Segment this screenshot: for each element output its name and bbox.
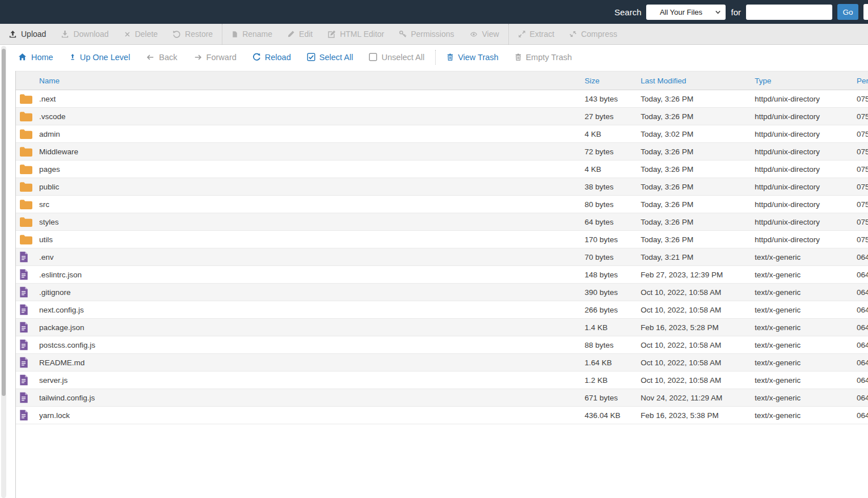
nav-button-up-one-level[interactable]: Up One Level xyxy=(61,53,138,62)
toolbar-button-label: Download xyxy=(73,29,108,39)
table-row[interactable]: postcss.config.js88 bytesOct 10, 2022, 1… xyxy=(16,336,868,354)
table-row[interactable]: pages4 KBToday, 3:26 PMhttpd/unix-direct… xyxy=(16,161,868,178)
file-size: 170 bytes xyxy=(584,235,641,244)
nav-button-label: Unselect All xyxy=(381,53,424,62)
sort-header-name[interactable]: Name xyxy=(39,77,60,85)
nav-button-label: Back xyxy=(159,53,177,62)
table-row[interactable]: README.md1.64 KBOct 10, 2022, 10:58 AMte… xyxy=(16,354,868,372)
chevron-down-icon xyxy=(714,9,722,16)
file-size: 266 bytes xyxy=(584,306,641,314)
left-scrollbar-track[interactable] xyxy=(1,46,6,498)
search-input[interactable] xyxy=(746,5,832,20)
table-row[interactable]: .env70 bytesToday, 3:21 PMtext/x-generic… xyxy=(16,248,868,266)
table-row[interactable]: admin4 KBToday, 3:02 PMhttpd/unix-direct… xyxy=(16,125,868,143)
nav-button-reload[interactable]: Reload xyxy=(245,53,299,62)
file-permissions: 0644 xyxy=(857,341,868,349)
sort-header-last-modified[interactable]: Last Modified xyxy=(641,77,686,85)
toolbar-separator xyxy=(508,24,509,44)
nav-button-home[interactable]: Home xyxy=(10,53,61,62)
file-permissions: 0755 xyxy=(857,183,868,191)
file-type: text/x-generic xyxy=(755,323,857,332)
toolbar-button-upload[interactable]: Upload xyxy=(1,24,53,44)
toolbar-button-label: Edit xyxy=(299,29,313,39)
file-permissions: 0644 xyxy=(857,306,868,314)
file-icon xyxy=(19,374,28,386)
file-type: httpd/unix-directory xyxy=(755,95,857,103)
toolbar-button-label: View xyxy=(482,29,499,39)
search-scope-value: All Your Files xyxy=(660,8,713,16)
file-name: .env xyxy=(39,253,584,261)
table-row[interactable]: package.json1.4 KBFeb 16, 2023, 5:28 PMt… xyxy=(16,319,868,336)
toolbar-button-delete[interactable]: Delete xyxy=(116,24,165,44)
toolbar-button-label: Rename xyxy=(242,29,272,39)
file-size: 38 bytes xyxy=(584,183,641,191)
file-type: httpd/unix-directory xyxy=(755,112,857,121)
upload-icon xyxy=(9,30,17,39)
nav-button-forward[interactable]: Forward xyxy=(186,53,245,62)
toolbar-button-view[interactable]: View xyxy=(462,24,507,44)
sort-header-type[interactable]: Type xyxy=(755,77,771,85)
file-size: 80 bytes xyxy=(584,200,641,209)
sort-header-permissions[interactable]: Permissions xyxy=(857,77,868,85)
table-row[interactable]: yarn.lock436.04 KBFeb 16, 2023, 5:38 PMt… xyxy=(16,407,868,424)
nav-button-unselect-all[interactable]: Unselect All xyxy=(361,53,432,62)
file-size: 148 bytes xyxy=(584,271,641,279)
nav-button-select-all[interactable]: Select All xyxy=(299,53,361,62)
table-row[interactable]: Middleware72 bytesToday, 3:26 PMhttpd/un… xyxy=(16,143,868,161)
file-size: 4 KB xyxy=(584,130,641,138)
toolbar-button-permissions[interactable]: Permissions xyxy=(391,24,461,44)
home-icon xyxy=(18,53,27,61)
file-permissions: 0755 xyxy=(857,130,868,138)
top-search-bar: Search All Your Files for Go xyxy=(0,0,868,24)
nav-button-empty-trash[interactable]: Empty Trash xyxy=(507,53,580,62)
extract-icon xyxy=(518,30,526,38)
nav-button-view-trash[interactable]: View Trash xyxy=(439,53,506,62)
toolbar-button-html-editor[interactable]: HTML Editor xyxy=(320,24,391,44)
toolbar-button-edit[interactable]: Edit xyxy=(280,24,320,44)
file-type: text/x-generic xyxy=(755,253,857,261)
toolbar-button-label: Permissions xyxy=(411,29,454,39)
table-row[interactable]: .gitignore390 bytesOct 10, 2022, 10:58 A… xyxy=(16,284,868,301)
file-permissions: 0755 xyxy=(857,218,868,226)
file-permissions: 0755 xyxy=(857,200,868,209)
table-row[interactable]: utils170 bytesToday, 3:26 PMhttpd/unix-d… xyxy=(16,231,868,248)
table-row[interactable]: .eslintrc.json148 bytesFeb 27, 2023, 12:… xyxy=(16,266,868,284)
go-button[interactable]: Go xyxy=(837,4,858,20)
table-row[interactable]: src80 bytesToday, 3:26 PMhttpd/unix-dire… xyxy=(16,196,868,213)
rename-icon xyxy=(231,30,238,39)
table-row[interactable]: next.config.js266 bytesOct 10, 2022, 10:… xyxy=(16,301,868,319)
toolbar-button-label: Delete xyxy=(135,29,158,39)
toolbar-button-extract[interactable]: Extract xyxy=(511,24,562,44)
nav-button-back[interactable]: Back xyxy=(138,53,185,62)
search-scope-select[interactable]: All Your Files xyxy=(646,5,726,20)
search-label: Search xyxy=(614,7,642,17)
file-modified: Today, 3:26 PM xyxy=(641,235,755,244)
file-modified: Feb 16, 2023, 5:28 PM xyxy=(641,323,755,332)
table-row[interactable]: .next143 bytesToday, 3:26 PMhttpd/unix-d… xyxy=(16,90,868,108)
left-scrollbar-thumb[interactable] xyxy=(2,49,6,396)
for-label: for xyxy=(731,7,741,17)
folder-icon xyxy=(19,234,33,245)
file-icon xyxy=(19,322,28,333)
action-toolbar: UploadDownloadDeleteRestoreRenameEditHTM… xyxy=(0,24,868,45)
file-type: httpd/unix-directory xyxy=(755,218,857,226)
toolbar-button-restore[interactable]: Restore xyxy=(165,24,220,44)
file-name: pages xyxy=(39,165,584,174)
folder-icon xyxy=(19,199,33,210)
table-row[interactable]: public38 bytesToday, 3:26 PMhttpd/unix-d… xyxy=(16,178,868,196)
toolbar-button-download[interactable]: Download xyxy=(53,24,116,44)
file-name: .gitignore xyxy=(39,288,584,297)
nav-button-label: Home xyxy=(31,53,53,62)
table-row[interactable]: styles64 bytesToday, 3:26 PMhttpd/unix-d… xyxy=(16,213,868,231)
file-permissions: 0755 xyxy=(857,147,868,156)
sort-header-size[interactable]: Size xyxy=(584,77,599,85)
file-type: text/x-generic xyxy=(755,341,857,349)
table-row[interactable]: .vscode27 bytesToday, 3:26 PMhttpd/unix-… xyxy=(16,108,868,125)
toolbar-button-compress[interactable]: Compress xyxy=(562,24,625,44)
file-icon xyxy=(19,410,28,421)
file-type: httpd/unix-directory xyxy=(755,235,857,244)
table-row[interactable]: tailwind.config.js671 bytesNov 24, 2022,… xyxy=(16,389,868,407)
table-row[interactable]: server.js1.2 KBOct 10, 2022, 10:58 AMtex… xyxy=(16,372,868,389)
toolbar-button-rename[interactable]: Rename xyxy=(224,24,280,44)
navigation-toolbar: HomeUp One LevelBackForwardReloadSelect … xyxy=(0,45,868,69)
